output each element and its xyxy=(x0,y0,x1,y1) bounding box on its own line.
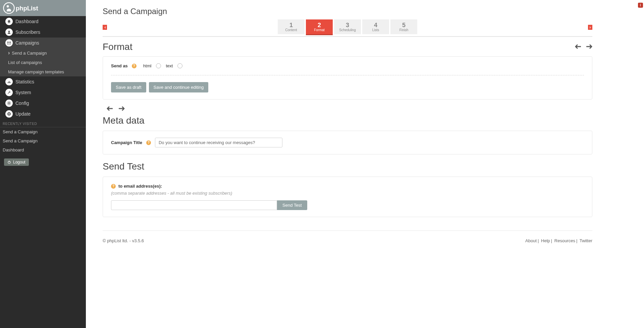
radio-text[interactable] xyxy=(177,63,182,68)
step-num: 2 xyxy=(318,22,321,28)
format-panel: Send as ? html text Save as draft Save a… xyxy=(103,56,592,100)
nav-label: Update xyxy=(15,111,31,117)
meta-panel: Campaign Title ? xyxy=(103,131,592,154)
step-label: Lists xyxy=(372,28,379,32)
step-label: Scheduling xyxy=(339,28,356,32)
recent-item[interactable]: Dashboard xyxy=(0,145,86,154)
format-heading: Format xyxy=(103,42,132,52)
save-as-draft-button[interactable]: Save as draft xyxy=(111,82,146,92)
to-email-label: to email address(es): xyxy=(118,184,162,189)
footer-link-help[interactable]: Help xyxy=(541,238,550,243)
text-option-label: text xyxy=(166,63,173,68)
phplist-logo: phpList xyxy=(3,2,42,14)
send-test-heading: Send Test xyxy=(103,161,592,172)
send-as-label: Send as xyxy=(111,63,128,68)
sidebar-item-update[interactable]: Update xyxy=(0,109,86,119)
power-icon xyxy=(7,160,11,164)
sidebar-item-config[interactable]: Config xyxy=(0,98,86,109)
step-lists[interactable]: 4Lists xyxy=(362,19,389,34)
wizard-prev[interactable] xyxy=(103,25,107,30)
subnav-send-campaign[interactable]: Send a Campaign xyxy=(0,48,86,58)
send-test-panel: ? to email address(es): (comma separate … xyxy=(103,177,592,217)
campaign-title-input[interactable] xyxy=(155,138,282,147)
nav-label: Subscribers xyxy=(15,29,40,35)
step-content[interactable]: 1Content xyxy=(278,19,305,34)
svg-text:phpList: phpList xyxy=(16,5,38,12)
sidebar-item-system[interactable]: System xyxy=(0,87,86,98)
svg-rect-5 xyxy=(8,82,8,83)
test-email-input[interactable] xyxy=(111,200,277,210)
nav-label: Dashboard xyxy=(15,19,39,24)
step-num: 1 xyxy=(289,22,293,28)
nav-label: System xyxy=(15,90,31,95)
sidebar-item-dashboard[interactable]: Dashboard xyxy=(0,16,86,27)
sidebar-item-statistics[interactable]: Statistics xyxy=(0,76,86,87)
step-label: Content xyxy=(285,28,297,32)
footer-link-about[interactable]: About xyxy=(525,238,537,243)
test-note: (comma separate addresses - all must be … xyxy=(111,191,584,196)
recent-list: Send a Campaign Send a Campaign Dashboar… xyxy=(0,127,86,154)
svg-rect-7 xyxy=(10,82,10,83)
footer-link-resources[interactable]: Resources xyxy=(554,238,575,243)
subnav-label: List of campaigns xyxy=(8,60,42,65)
step-num: 3 xyxy=(346,22,349,28)
mail-icon xyxy=(5,39,13,47)
sidebar-item-subscribers[interactable]: Subscribers xyxy=(0,27,86,38)
help-icon[interactable]: ? xyxy=(111,184,116,189)
main-nav: Dashboard Subscribers Campaigns Send a C… xyxy=(0,16,86,119)
svg-point-0 xyxy=(4,3,14,13)
campaign-title-label: Campaign Title xyxy=(111,140,142,145)
user-icon xyxy=(5,28,13,36)
radio-html[interactable] xyxy=(156,63,161,68)
sidebar-header: phpList xyxy=(0,0,86,16)
home-icon xyxy=(5,18,13,25)
section-next[interactable] xyxy=(586,44,592,50)
footer-copyright[interactable]: © phpList ltd. xyxy=(103,238,128,243)
section-prev[interactable] xyxy=(575,44,581,50)
wizard-bar: 1Content 2Format 3Scheduling 4Lists 5Fin… xyxy=(103,19,592,35)
step-num: 4 xyxy=(374,22,377,28)
meta-heading: Meta data xyxy=(103,115,592,126)
logout-label: Logout xyxy=(13,160,25,165)
context-help-badge[interactable]: i xyxy=(638,3,643,8)
help-icon[interactable]: ? xyxy=(146,140,151,145)
subnav-label: Manage campaign templates xyxy=(8,69,64,74)
chart-icon xyxy=(5,78,13,85)
gear-icon xyxy=(5,100,13,107)
subnav-label: Send a Campaign xyxy=(12,51,47,56)
svg-rect-6 xyxy=(9,81,9,83)
recent-section-title: RECENTLY VISITED xyxy=(0,119,86,127)
footer: © phpList ltd. - v3.5.6 About| Help| Res… xyxy=(103,231,592,251)
below-next[interactable] xyxy=(119,106,125,112)
footer-link-twitter[interactable]: Twitter xyxy=(580,238,592,243)
logout-button[interactable]: Logout xyxy=(4,158,29,166)
step-label: Finish xyxy=(399,28,409,32)
sidebar: phpList Dashboard Subscribers Campaigns … xyxy=(0,0,86,328)
wizard-next[interactable] xyxy=(588,25,592,30)
svg-point-3 xyxy=(8,31,10,32)
wrench-icon xyxy=(5,89,13,96)
step-label: Format xyxy=(314,28,325,32)
nav-label: Campaigns xyxy=(15,40,39,46)
recent-item[interactable]: Send a Campaign xyxy=(0,136,86,145)
step-format[interactable]: 2Format xyxy=(306,19,333,35)
below-prev[interactable] xyxy=(107,106,113,112)
subnav-manage-templates[interactable]: Manage campaign templates xyxy=(0,67,86,76)
page-title: Send a Campaign xyxy=(103,7,592,16)
subnav-list-campaigns[interactable]: List of campaigns xyxy=(0,58,86,67)
step-scheduling[interactable]: 3Scheduling xyxy=(334,19,361,34)
send-test-button[interactable]: Send Test xyxy=(277,200,307,210)
help-icon[interactable]: ? xyxy=(132,64,137,68)
sidebar-item-campaigns[interactable]: Campaigns xyxy=(0,38,86,48)
svg-point-8 xyxy=(8,103,10,104)
footer-version: - v3.5.6 xyxy=(128,238,144,243)
save-continue-button[interactable]: Save and continue editing xyxy=(149,82,209,92)
steps: 1Content 2Format 3Scheduling 4Lists 5Fin… xyxy=(278,19,417,35)
recent-item[interactable]: Send a Campaign xyxy=(0,127,86,136)
step-finish[interactable]: 5Finish xyxy=(390,19,417,34)
campaigns-subnav: Send a Campaign List of campaigns Manage… xyxy=(0,48,86,76)
step-num: 5 xyxy=(402,22,406,28)
nav-label: Config xyxy=(15,101,29,106)
plus-icon xyxy=(5,110,13,118)
nav-label: Statistics xyxy=(15,79,34,84)
